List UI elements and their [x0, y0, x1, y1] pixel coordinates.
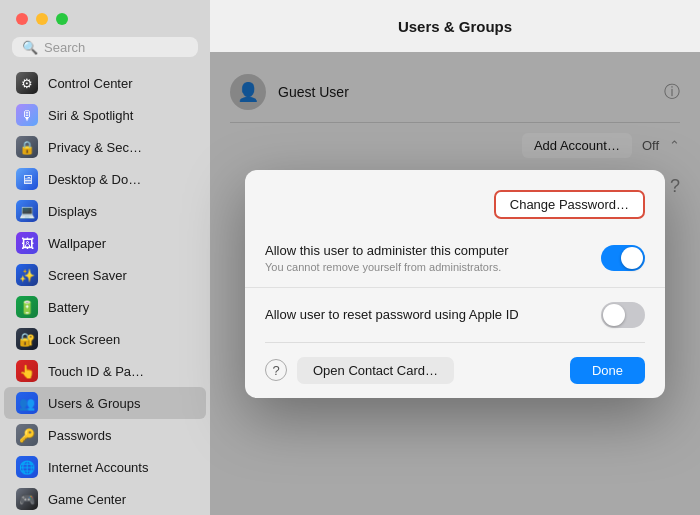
admin-setting-row: Allow this user to administer this compu…	[265, 243, 645, 273]
internet-icon: 🌐	[16, 456, 38, 478]
sidebar-item-label: Internet Accounts	[48, 460, 148, 475]
sidebar-item-passwords[interactable]: 🔑 Passwords	[4, 419, 206, 451]
sidebar-item-label: Battery	[48, 300, 89, 315]
modal-setting-admin: Allow this user to administer this compu…	[245, 229, 665, 288]
titlebar-traffic-lights	[0, 0, 210, 37]
change-password-button[interactable]: Change Password…	[494, 190, 645, 219]
main-panel: 👤 Guest User ⓘ Add Account… Off ⌃ ? Chan…	[210, 52, 700, 515]
admin-toggle[interactable]	[601, 245, 645, 271]
sidebar-item-label: Desktop & Do…	[48, 172, 141, 187]
sidebar-item-control-center[interactable]: ⚙ Control Center	[4, 67, 206, 99]
sidebar-item-desktop[interactable]: 🖥 Desktop & Do…	[4, 163, 206, 195]
sidebar-item-game-center[interactable]: 🎮 Game Center	[4, 483, 206, 515]
open-contact-button[interactable]: Open Contact Card…	[297, 357, 454, 384]
main-title: Users & Groups	[210, 0, 700, 52]
traffic-light-minimize[interactable]	[36, 13, 48, 25]
displays-icon: 💻	[16, 200, 38, 222]
sidebar-item-privacy[interactable]: 🔒 Privacy & Sec…	[4, 131, 206, 163]
help-button[interactable]: ?	[265, 359, 287, 381]
sidebar-item-label: Screen Saver	[48, 268, 127, 283]
screensaver-icon: ✨	[16, 264, 38, 286]
control-center-icon: ⚙	[16, 72, 38, 94]
traffic-light-maximize[interactable]	[56, 13, 68, 25]
admin-setting-title: Allow this user to administer this compu…	[265, 243, 508, 258]
battery-icon: 🔋	[16, 296, 38, 318]
sidebar-item-label: Wallpaper	[48, 236, 106, 251]
sidebar-item-label: Siri & Spotlight	[48, 108, 133, 123]
sidebar-item-wallpaper[interactable]: 🖼 Wallpaper	[4, 227, 206, 259]
admin-setting-subtitle: You cannot remove yourself from administ…	[265, 261, 508, 273]
modal-dialog: Change Password… Allow this user to admi…	[245, 170, 665, 398]
sidebar-item-siri[interactable]: 🎙 Siri & Spotlight	[4, 99, 206, 131]
sidebar-item-label: Game Center	[48, 492, 126, 507]
sidebar-item-screensaver[interactable]: ✨ Screen Saver	[4, 259, 206, 291]
sidebar-item-label: Users & Groups	[48, 396, 140, 411]
sidebar-item-lockscreen[interactable]: 🔐 Lock Screen	[4, 323, 206, 355]
main-content-area: Users & Groups 👤 Guest User ⓘ Add Accoun…	[210, 0, 700, 515]
sidebar-item-touchid[interactable]: 👆 Touch ID & Pa…	[4, 355, 206, 387]
sidebar-item-users-groups[interactable]: 👥 Users & Groups	[4, 387, 206, 419]
modal-footer: ? Open Contact Card… Done	[245, 343, 665, 398]
admin-setting-text: Allow this user to administer this compu…	[265, 243, 508, 273]
sidebar-item-displays[interactable]: 💻 Displays	[4, 195, 206, 227]
modal-header: Change Password…	[245, 170, 665, 229]
passwords-icon: 🔑	[16, 424, 38, 446]
traffic-light-close[interactable]	[16, 13, 28, 25]
sidebar-item-label: Displays	[48, 204, 97, 219]
sidebar-item-label: Lock Screen	[48, 332, 120, 347]
lockscreen-icon: 🔐	[16, 328, 38, 350]
sidebar: 🔍 Search ⚙ Control Center 🎙 Siri & Spotl…	[0, 0, 210, 515]
apple-id-toggle[interactable]	[601, 302, 645, 328]
sidebar-item-label: Control Center	[48, 76, 133, 91]
touchid-icon: 👆	[16, 360, 38, 382]
sidebar-item-label: Touch ID & Pa…	[48, 364, 144, 379]
apple-id-setting-title: Allow user to reset password using Apple…	[265, 307, 519, 322]
search-icon: 🔍	[22, 40, 38, 55]
modal-overlay: Change Password… Allow this user to admi…	[210, 52, 700, 515]
sidebar-item-label: Privacy & Sec…	[48, 140, 142, 155]
privacy-icon: 🔒	[16, 136, 38, 158]
sidebar-item-battery[interactable]: 🔋 Battery	[4, 291, 206, 323]
sidebar-item-internet-accounts[interactable]: 🌐 Internet Accounts	[4, 451, 206, 483]
modal-setting-apple-id: Allow user to reset password using Apple…	[245, 288, 665, 342]
wallpaper-icon: 🖼	[16, 232, 38, 254]
siri-icon: 🎙	[16, 104, 38, 126]
search-placeholder: Search	[44, 40, 85, 55]
done-button[interactable]: Done	[570, 357, 645, 384]
desktop-icon: 🖥	[16, 168, 38, 190]
gamecenter-icon: 🎮	[16, 488, 38, 510]
apple-id-setting-row: Allow user to reset password using Apple…	[265, 302, 645, 328]
sidebar-item-label: Passwords	[48, 428, 112, 443]
search-bar[interactable]: 🔍 Search	[12, 37, 198, 57]
users-icon: 👥	[16, 392, 38, 414]
